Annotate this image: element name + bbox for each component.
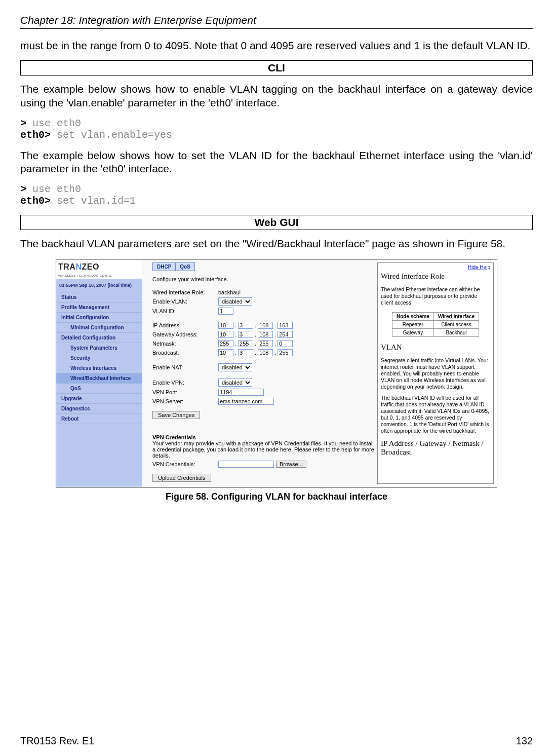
help-heading-ip: IP Address / Gateway / Netmask / Broadca… xyxy=(378,438,493,459)
input-vpn-port[interactable] xyxy=(218,389,264,396)
sidebar: TRANZEO WIRELESS TECHNOLOGIES INC. 03:55… xyxy=(56,259,142,487)
nav-upgrade[interactable]: Upgrade xyxy=(56,394,142,404)
input-gw-4[interactable] xyxy=(278,331,293,338)
figure-screenshot: TRANZEO WIRELESS TECHNOLOGIES INC. 03:55… xyxy=(56,259,497,487)
paragraph-webgui: The backhaul VLAN parameters are set on … xyxy=(20,237,533,250)
help-td: Gateway xyxy=(392,328,433,336)
input-bc-2[interactable] xyxy=(238,349,253,356)
header-rule xyxy=(20,28,533,29)
help-heading-role: Wired Interface Role xyxy=(378,271,493,283)
browse-button[interactable]: Browse... xyxy=(276,461,306,468)
vpn-credentials-section: VPN Credentials Your vendor may provide … xyxy=(152,434,377,482)
label-broadcast: Broadcast: xyxy=(152,350,218,356)
label-ip: IP Address: xyxy=(152,322,218,328)
input-vlan-id[interactable] xyxy=(218,308,233,315)
input-ip-3[interactable] xyxy=(258,322,273,329)
tabs: DHCPQoS xyxy=(152,262,377,271)
input-bc-1[interactable] xyxy=(218,349,233,356)
section-heading-cli: CLI xyxy=(20,60,533,75)
input-gw-3[interactable] xyxy=(258,331,273,338)
nav-system-parameters[interactable]: System Parameters xyxy=(56,343,142,353)
cli-command: set vlan.enable=yes xyxy=(51,129,172,141)
help-th-scheme: Node scheme xyxy=(392,312,433,320)
input-ip-1[interactable] xyxy=(218,322,233,329)
chapter-header: Chapter 18: Integration with Enterprise … xyxy=(20,14,533,26)
help-table: Node schemeWired interface RepeaterClien… xyxy=(392,312,479,337)
main-area: DHCPQoS Configure your wired interface. … xyxy=(142,259,497,487)
tab-qos[interactable]: QoS xyxy=(175,262,195,271)
cli-prompt: > xyxy=(20,183,26,195)
footer-pagenum: 132 xyxy=(516,735,533,747)
nav-security[interactable]: Security xyxy=(56,353,142,363)
help-td: Client access xyxy=(433,320,479,328)
section-heading-webgui: Web GUI xyxy=(20,215,533,230)
input-bc-4[interactable] xyxy=(278,349,293,356)
label-enable-nat: Enable NAT: xyxy=(152,364,218,370)
input-nm-3[interactable] xyxy=(258,340,273,347)
cli-prompt: eth0> xyxy=(20,129,51,141)
paragraph-intro: must be in the range from 0 to 4095. Not… xyxy=(20,39,533,52)
input-gw-2[interactable] xyxy=(238,331,253,338)
input-vpn-credentials[interactable] xyxy=(218,461,274,468)
vpn-credentials-heading: VPN Credentials xyxy=(152,434,196,440)
label-enable-vlan: Enable VLAN: xyxy=(152,298,218,305)
help-heading-vlan: VLAN xyxy=(378,342,493,354)
input-nm-1[interactable] xyxy=(218,340,233,347)
form-area: DHCPQoS Configure your wired interface. … xyxy=(142,259,377,487)
logo-text: TRANZEO xyxy=(58,262,99,271)
footer-docid: TR0153 Rev. E1 xyxy=(20,735,94,747)
nav-wireless[interactable]: Wireless Interfaces xyxy=(56,363,142,373)
nav-status[interactable]: Status xyxy=(56,292,142,303)
input-nm-4[interactable] xyxy=(278,340,293,347)
input-ip-2[interactable] xyxy=(238,322,253,329)
save-changes-button[interactable]: Save Changes xyxy=(152,411,200,419)
help-td: Repeater xyxy=(392,320,433,328)
help-text-role: The wired Ethernet interface can either … xyxy=(378,286,493,310)
label-vpn-credentials: VPN Credentials: xyxy=(152,461,218,467)
input-vpn-server[interactable] xyxy=(218,398,274,405)
input-nm-2[interactable] xyxy=(238,340,253,347)
page-footer: TR0153 Rev. E1 132 xyxy=(20,735,533,747)
label-enable-vpn: Enable VPN: xyxy=(152,380,218,386)
label-vlan-id: VLAN ID: xyxy=(152,308,218,314)
help-th-wired: Wired interface xyxy=(433,312,479,320)
input-gw-1[interactable] xyxy=(218,331,233,338)
nav-initial[interactable]: Initial Configuration xyxy=(56,313,142,323)
cli-example-1: > use eth0 eth0> set vlan.enable=yes xyxy=(20,118,533,141)
input-bc-3[interactable] xyxy=(258,349,273,356)
cli-example-2: > use eth0 eth0> set vlan.id=1 xyxy=(20,183,533,207)
paragraph-cli1: The example below shows how to enable VL… xyxy=(20,83,533,109)
nav-profile[interactable]: Profile Management xyxy=(56,303,142,313)
help-text-vlan-2: The backhaul VLAN ID will be used for al… xyxy=(378,395,493,439)
input-ip-4[interactable] xyxy=(278,322,293,329)
cli-command: use eth0 xyxy=(26,183,81,195)
nav-detailed[interactable]: Detailed Configuration xyxy=(56,333,142,343)
label-vpn-port: VPN Port: xyxy=(152,389,218,395)
label-netmask: Netmask: xyxy=(152,341,218,347)
label-gateway: Gateway Address: xyxy=(152,331,218,337)
hide-help-link[interactable]: Hide Help xyxy=(468,264,490,270)
select-enable-vlan[interactable]: disabled xyxy=(218,297,252,306)
logo-subtitle: WIRELESS TECHNOLOGIES INC. xyxy=(58,274,112,277)
help-panel: Hide Help Wired Interface Role The wired… xyxy=(377,262,494,484)
vpn-credentials-text: Your vendor may provide you with a packa… xyxy=(152,440,374,459)
label-role: Wired Interface Role: xyxy=(152,289,218,295)
upload-credentials-button[interactable]: Upload Credentials xyxy=(152,474,211,482)
nav-wired-backhaul[interactable]: Wired/Backhaul Interface xyxy=(56,373,142,384)
nav-reboot[interactable]: Reboot xyxy=(56,414,142,424)
nav-time: 03:55PM Sep 10, 2007 (local time) xyxy=(56,279,142,292)
nav-qos[interactable]: QoS xyxy=(56,384,142,394)
help-td: Backhaul xyxy=(433,328,479,336)
cli-command: set vlan.id=1 xyxy=(51,195,136,207)
form-intro: Configure your wired interface. xyxy=(152,276,377,282)
cli-command: use eth0 xyxy=(26,118,81,129)
tab-dhcp[interactable]: DHCP xyxy=(152,262,176,271)
select-enable-vpn[interactable]: disabled xyxy=(218,379,252,387)
paragraph-cli2: The example below shows how to set the V… xyxy=(20,149,533,176)
figure-caption: Figure 58. Configuring VLAN for backhaul… xyxy=(20,492,533,502)
nav-minimal[interactable]: Minimal Configuration xyxy=(56,323,142,333)
select-enable-nat[interactable]: disabled xyxy=(218,363,252,371)
nav-diagnostics[interactable]: Diagnostics xyxy=(56,404,142,414)
cli-prompt: eth0> xyxy=(20,195,51,207)
label-vpn-server: VPN Server: xyxy=(152,398,218,404)
